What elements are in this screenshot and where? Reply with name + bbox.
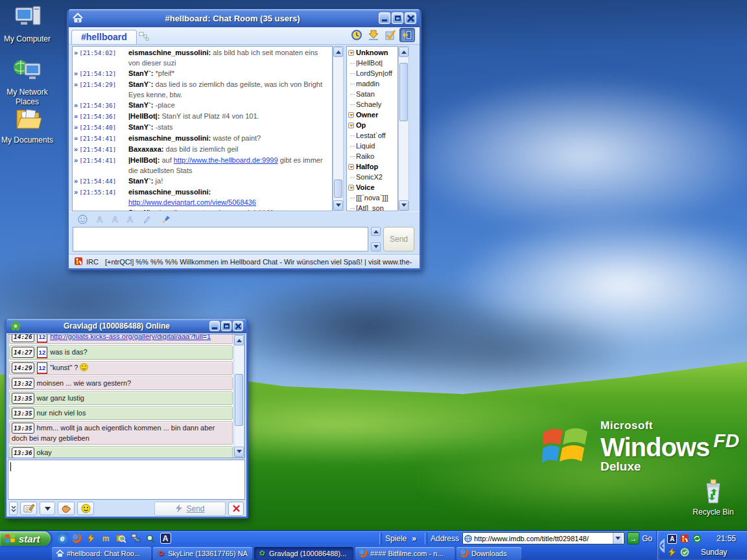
- minimize-button[interactable]: [379, 12, 390, 24]
- scroll-up-button[interactable]: [234, 335, 244, 345]
- userlist-user[interactable]: Liquid: [347, 141, 397, 151]
- message-link[interactable]: http://goliats.kicks-ass.org/gallery/dig…: [50, 334, 211, 340]
- scroll-thumb[interactable]: [399, 63, 408, 121]
- clock-toolbar-icon[interactable]: [349, 28, 364, 42]
- scroll-thumb[interactable]: [235, 374, 243, 426]
- font-bold-icon[interactable]: A: [97, 215, 102, 224]
- scroll-down-button[interactable]: [399, 200, 409, 211]
- message-history[interactable]: 14:2612http://goliats.kicks-ass.org/gall…: [8, 334, 245, 458]
- tray-winamp-icon[interactable]: [667, 547, 677, 557]
- taskbar-button-gravlagd[interactable]: ✿ Gravlagd (100086488)...: [254, 547, 353, 560]
- search-icon[interactable]: [145, 533, 156, 544]
- close-button[interactable]: [233, 321, 243, 331]
- tray-emule-icon[interactable]: [692, 534, 702, 544]
- character-a-icon[interactable]: A: [160, 533, 171, 544]
- chat-link[interactable]: http://www.the-hellboard.de:9999: [174, 156, 278, 164]
- chat-scrollbar[interactable]: [333, 46, 344, 211]
- userlist-group[interactable]: Unknown: [347, 47, 397, 58]
- collapse-arrow-icon[interactable]: [348, 164, 354, 170]
- send-button[interactable]: Send: [154, 502, 226, 516]
- close-chat-button[interactable]: [228, 502, 244, 516]
- input-scroll-buttons[interactable]: [371, 227, 381, 251]
- spiele-overflow-chevron[interactable]: »: [412, 534, 416, 543]
- user-list[interactable]: Unknown |HellBot| LordSyn|off maddin Sat…: [346, 46, 398, 211]
- confirm-toolbar-icon[interactable]: [383, 28, 398, 42]
- userlist-user[interactable]: [Atl]_son: [347, 203, 397, 211]
- userlist-user[interactable]: Satan: [347, 89, 397, 99]
- history-scrollbar[interactable]: [233, 334, 244, 458]
- image-viewer-icon[interactable]: [115, 533, 126, 544]
- chat-link[interactable]: http://www.deviantart.com/view/5068436: [128, 197, 331, 207]
- brush-icon[interactable]: [161, 215, 171, 224]
- desktop-icon-recycle-bin[interactable]: Recycle Bin: [686, 477, 741, 517]
- desktop-icon-my-documents[interactable]: My Documents: [0, 105, 54, 145]
- maximize-button[interactable]: [392, 12, 403, 24]
- collapse-toolbar-icon[interactable]: [9, 502, 18, 515]
- spiele-toolbar-label[interactable]: Spiele: [385, 534, 407, 543]
- toolbar-handle[interactable]: [379, 533, 382, 544]
- tray-antivirus-icon[interactable]: [680, 547, 689, 557]
- desktop[interactable]: Microsoft WindowsFD Deluxe My Computer M…: [0, 0, 747, 560]
- userlist-group[interactable]: Voice: [347, 182, 397, 192]
- message-input[interactable]: [73, 227, 368, 251]
- userlist-scrollbar[interactable]: [398, 46, 409, 211]
- userlist-user[interactable]: maddin: [347, 78, 397, 89]
- taskbar-button-bitfilme[interactable]: #### Bitfilme.com - n...: [355, 547, 455, 560]
- collapse-arrow-icon[interactable]: [348, 122, 354, 128]
- internet-explorer-icon[interactable]: e: [57, 533, 68, 544]
- userlist-user[interactable]: SonicX2: [347, 172, 397, 182]
- tray-character-a-icon[interactable]: A: [667, 534, 677, 544]
- icq-titlebar[interactable]: Gravlagd (100086488) Online: [6, 319, 246, 333]
- firefox-icon[interactable]: [72, 533, 82, 543]
- hand-card-icon[interactable]: [58, 502, 75, 515]
- go-button[interactable]: →: [627, 532, 639, 544]
- userlist-user[interactable]: Lestat`off: [347, 130, 397, 141]
- collapse-arrow-icon[interactable]: [348, 112, 354, 118]
- exit-door-icon[interactable]: [399, 28, 415, 42]
- window-cascade-icon[interactable]: [138, 31, 150, 41]
- collapse-arrow-icon[interactable]: [348, 50, 354, 56]
- taskbar-button-skyline[interactable]: ✿ SkyLine (133617765) NA: [153, 547, 252, 560]
- start-button[interactable]: start: [0, 531, 51, 546]
- irc-titlebar[interactable]: #hellboard: Chat Room (35 users): [69, 9, 420, 27]
- scroll-up-button[interactable]: [333, 47, 343, 57]
- scroll-up-button[interactable]: [399, 47, 409, 57]
- taskbar-button-hellboard[interactable]: #hellboard: Chat Roo...: [52, 547, 151, 560]
- address-input[interactable]: [474, 535, 611, 542]
- more-actions-dropdown-icon[interactable]: [40, 502, 55, 515]
- userlist-group[interactable]: Owner: [347, 110, 397, 120]
- compose-message-icon[interactable]: [20, 502, 37, 515]
- minimize-to-tray-icon[interactable]: [366, 28, 381, 42]
- tray-icq-icon[interactable]: [680, 534, 689, 544]
- desktop-icon-my-computer[interactable]: My Computer: [0, 4, 54, 44]
- icq-input-area[interactable]: [8, 460, 245, 500]
- mirc-icon[interactable]: m: [101, 533, 112, 544]
- chat-log[interactable]: [21:54:02]eismaschine_mussolinials bild …: [72, 46, 333, 211]
- userlist-user[interactable]: [[[`nova`]]]: [347, 192, 397, 203]
- scroll-thumb[interactable]: [334, 180, 342, 198]
- send-button[interactable]: Send: [383, 227, 414, 251]
- close-button[interactable]: [405, 12, 416, 24]
- collapse-arrow-icon[interactable]: [348, 185, 354, 191]
- remote-desktop-icon[interactable]: [130, 533, 141, 544]
- maximize-button[interactable]: [221, 321, 231, 331]
- userlist-group[interactable]: Halfop: [347, 161, 397, 172]
- scroll-down-button[interactable]: [234, 447, 244, 457]
- userlist-user[interactable]: |HellBot|: [347, 58, 397, 68]
- font-size-icon[interactable]: A: [127, 215, 133, 224]
- address-bar[interactable]: [462, 532, 624, 544]
- scroll-down-button[interactable]: [371, 242, 381, 251]
- userlist-user[interactable]: LordSyn|off: [347, 68, 397, 78]
- clock[interactable]: 21:55: [709, 534, 743, 543]
- userlist-user[interactable]: Raiko: [347, 151, 397, 161]
- toolbar-handle[interactable]: [425, 533, 427, 544]
- userlist-user[interactable]: Schaely: [347, 99, 397, 110]
- scroll-down-button[interactable]: [333, 200, 343, 211]
- channel-tab-hellboard[interactable]: #hellboard: [71, 30, 137, 44]
- tray-collapse-chevron[interactable]: [658, 536, 667, 555]
- desktop-icon-my-network-places[interactable]: My Network Places: [0, 57, 54, 107]
- minimize-button[interactable]: [209, 321, 220, 331]
- emoticon-toolbar-icon[interactable]: [77, 502, 94, 515]
- userlist-group[interactable]: Op: [347, 120, 397, 130]
- winamp-icon[interactable]: [86, 533, 97, 544]
